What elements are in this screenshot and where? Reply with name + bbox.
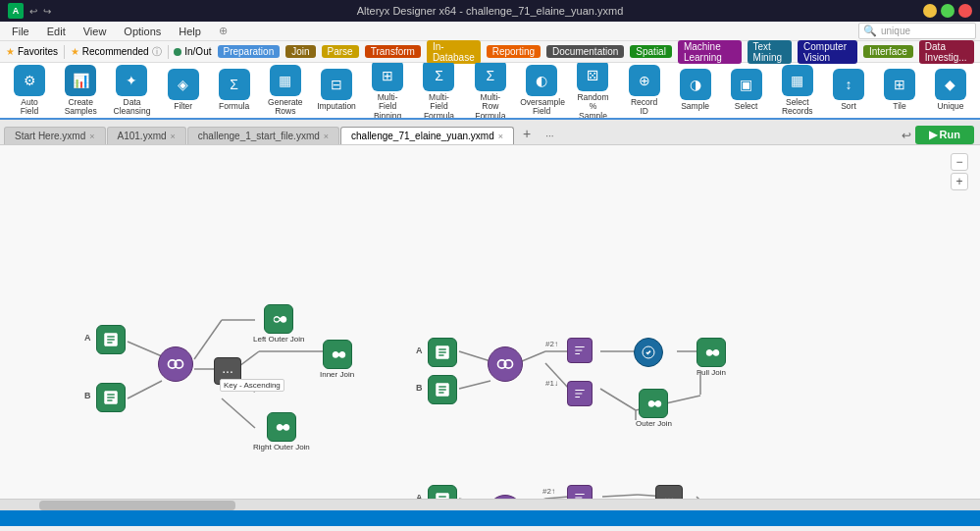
horizontal-scrollbar[interactable] [0,499,980,510]
tool-sort[interactable]: ↕ Sort [827,67,870,113]
select-icon: ▣ [731,69,762,100]
label-inner-join: Inner Join [320,371,354,380]
node-outer-join[interactable]: Outer Join [636,389,672,429]
status-bar [0,510,980,526]
node-full-join[interactable]: Full Join [696,338,726,378]
tool-oversamplefield[interactable]: ◐ Oversample Field [520,63,563,118]
indatabase-tag[interactable]: In-Database [427,40,481,64]
tool-autofield[interactable]: ⚙ Auto Field [8,63,51,118]
tab-startheretomd-close[interactable]: × [89,132,94,141]
join-tag[interactable]: Join [285,45,315,58]
zoom-plus-button[interactable]: + [951,173,968,190]
tool-imputation[interactable]: ⊟ Imputation [315,67,358,113]
recommended-filter[interactable]: ★ Recommended ⓘ [71,45,162,59]
datainv-tag[interactable]: Data Investig... [919,40,974,64]
undo-icon[interactable]: ↩ [29,6,37,17]
tool-createsamples[interactable]: 📊 Create Samples [59,63,102,118]
tool-multifieldbinning[interactable]: ⊞ Multi-Field Binning [366,63,409,120]
node-sort2a[interactable] [567,338,593,363]
run-button[interactable]: ▶ Run [915,126,974,144]
tool-multirowformula[interactable]: Σ Multi-Row Formula [469,63,512,120]
cv-tag[interactable]: Computer Vision [798,40,857,64]
zoom-controls: − + [951,153,968,190]
label-key-ascending1: Key - Ascending [220,379,284,392]
node-dots3a[interactable]: ··· [655,485,683,499]
menu-file[interactable]: File [4,24,37,39]
tab-add-button[interactable]: + [515,123,539,144]
menu-bar: File Edit View Options Help ⊕ 🔍 unique [0,22,980,41]
search-box[interactable]: 🔍 unique [858,23,976,39]
tab-challenge1-close[interactable]: × [324,132,329,141]
tool-selectrecords[interactable]: ▦ Select Records [776,63,819,118]
node-check2[interactable] [634,338,663,367]
search-icon: 🔍 [863,25,877,37]
maximize-button[interactable]: □ [941,4,954,18]
menu-options[interactable]: Options [116,24,169,39]
restore-icon[interactable]: ↩ [902,129,911,142]
svg-line-17 [600,389,636,410]
tab-more-button[interactable]: ··· [540,128,559,144]
close-button[interactable]: × [958,4,972,18]
generaterows-label: Generate Rows [268,98,303,117]
spatial-tag[interactable]: Spatial [630,45,672,58]
reporting-tag[interactable]: Reporting [487,45,541,58]
generaterows-icon: ▦ [270,65,301,96]
ribbon: ⚙ Auto Field 📊 Create Samples ✦ Data Cle… [0,63,980,120]
tool-datacleansing[interactable]: ✦ Data Cleansing [110,63,153,118]
tool-tile[interactable]: ⊞ Tile [878,67,921,113]
node-right-outer-join[interactable]: Right Outer Join [253,412,310,452]
node-inner-join[interactable]: Inner Join [320,340,354,380]
inout-filter[interactable]: In/Out [174,46,211,57]
node-input-a2[interactable]: A [428,338,457,367]
menu-view[interactable]: View [76,24,115,39]
ml-tag[interactable]: Machine Learning [678,40,742,64]
favorites-filter[interactable]: ★ Favorites [6,46,58,57]
menu-help[interactable]: Help [171,24,209,39]
label-hash1-top: #1↓ [545,379,558,388]
inout-label: In/Out [184,46,211,57]
documentation-tag[interactable]: Documentation [546,45,624,58]
tool-filter[interactable]: ◈ Filter [162,67,205,113]
tool-formula[interactable]: Σ Formula [213,67,256,113]
tool-generaterows[interactable]: ▦ Generate Rows [264,63,307,118]
svg-line-11 [522,351,545,361]
node-input-a1[interactable]: A [96,325,126,354]
redo-icon[interactable]: ↪ [43,6,51,17]
menu-edit[interactable]: Edit [39,24,74,39]
text-tag[interactable]: Text Mining [748,40,793,64]
recordid-icon: ⊕ [629,65,660,96]
preparation-tag[interactable]: Preparation [218,45,281,58]
node-join2[interactable] [488,346,523,382]
tab-startheretomd[interactable]: Start Here.yxmd × [4,127,106,144]
canvas-connections [0,145,980,499]
node-sort2b[interactable] [567,381,593,406]
filter-sep-2 [168,45,169,59]
transform-tag[interactable]: Transform [365,45,421,58]
tool-multifieldformula[interactable]: Σ Multi-Field Formula [417,63,460,120]
imputation-label: Imputation [317,102,356,111]
zoom-minus-button[interactable]: − [951,153,968,171]
parse-tag[interactable]: Parse [322,45,359,58]
minimize-button[interactable]: − [923,4,937,18]
interface-tag[interactable]: Interface [863,45,913,58]
node-input-b1[interactable]: B [96,383,126,412]
canvas[interactable]: − + [0,145,980,499]
scrollbar-thumb[interactable] [39,501,235,510]
tool-randomsample[interactable]: ⚄ Random % Sample [571,63,614,120]
tool-recordid[interactable]: ⊕ Record ID [623,63,666,118]
node-join1[interactable] [158,346,193,382]
tab-a101[interactable]: A101.yxmd × [107,127,186,144]
tool-select[interactable]: ▣ Select [725,67,768,113]
tab-challenge71[interactable]: challenge_71_elaine_yuan.yxmd × [340,127,514,144]
tab-challenge1[interactable]: challenge_1_start_file.yxmd × [187,127,339,144]
tool-sample[interactable]: ◑ Sample [674,67,717,113]
label-hash2-s3: #2↑ [542,487,555,496]
tool-unique[interactable]: ◆ Unique [929,67,972,113]
node-sort3a[interactable] [567,485,593,499]
tab-challenge71-close[interactable]: × [498,132,503,141]
node-input-b2[interactable]: B [428,375,457,404]
tab-a101-close[interactable]: × [171,132,176,141]
svg-line-1 [128,381,162,398]
node-left-outer-join[interactable]: Left Outer Join [253,304,304,345]
node-input-a3[interactable]: A [428,485,457,499]
